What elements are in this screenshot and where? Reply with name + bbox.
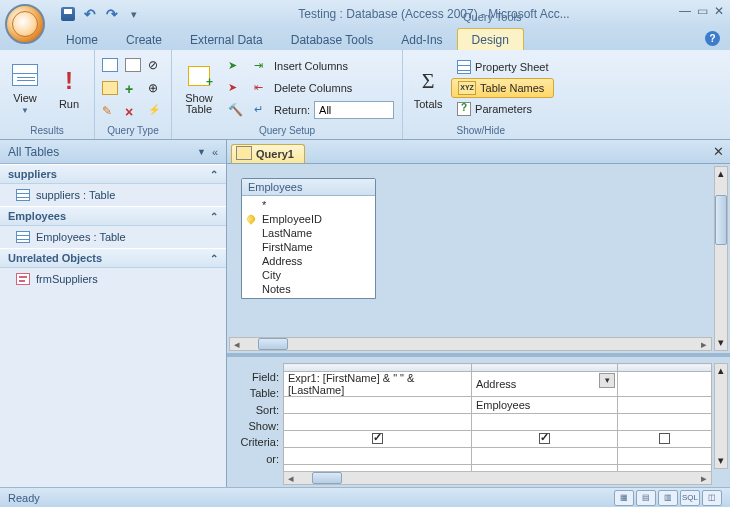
v-scrollbar[interactable]: ▴▾ [714, 166, 728, 351]
grid-cell[interactable]: Address [471, 372, 617, 397]
property-sheet-button[interactable]: Property Sheet [451, 57, 554, 77]
grid-cell[interactable] [284, 414, 472, 431]
tab-database-tools[interactable]: Database Tools [277, 29, 388, 50]
grid-cell[interactable] [284, 448, 472, 465]
insert-rows-button[interactable]: ➤ [224, 56, 248, 76]
show-checkbox[interactable] [372, 433, 383, 444]
tab-create[interactable]: Create [112, 29, 176, 50]
delete-rows-button[interactable]: ➤ [224, 78, 248, 98]
grid-row-label: Table: [233, 387, 283, 403]
nav-group-header[interactable]: suppliers⌃ [0, 164, 226, 184]
h-scrollbar[interactable]: ◂▸ [229, 337, 712, 351]
chevron-down-icon: ▼ [197, 147, 206, 157]
status-text: Ready [8, 492, 40, 504]
grid-cell[interactable] [284, 397, 472, 414]
query-design-grid: Field:Table:Sort:Show:Criteria:or: Expr1… [227, 357, 730, 487]
field-item[interactable]: EmployeeID [242, 212, 375, 226]
view-shortcut-button[interactable]: SQL [680, 490, 700, 506]
doc-tab-query1[interactable]: Query1 [231, 144, 305, 163]
grid-cell[interactable] [618, 372, 712, 397]
grid-cell[interactable] [618, 414, 712, 431]
table-names-button[interactable]: XYZTable Names [451, 78, 554, 98]
field-item[interactable]: Notes [242, 282, 375, 296]
query-icon [238, 148, 252, 160]
navigation-pane: All Tables ▼ « suppliers⌃suppliers : Tab… [0, 140, 227, 487]
union-query-icon[interactable]: ⊘ [145, 54, 167, 76]
grid-cell[interactable] [471, 414, 617, 431]
grid-v-scrollbar[interactable]: ▴▾ [714, 363, 728, 469]
make-table-query-icon[interactable] [99, 77, 121, 99]
undo-icon[interactable]: ↶ [80, 4, 100, 24]
qat-customize-icon[interactable]: ▾ [124, 4, 144, 24]
window-controls: — ▭ ✕ [679, 4, 724, 18]
ribbon-group-totals: Σ Totals Property Sheet XYZTable Names P… [403, 50, 558, 139]
grid-h-scrollbar[interactable]: ◂▸ [283, 471, 712, 485]
tab-design[interactable]: Design [457, 28, 524, 50]
grid-row-label: Show: [233, 420, 283, 436]
tab-add-ins[interactable]: Add-Ins [387, 29, 456, 50]
help-icon[interactable]: ? [705, 31, 720, 46]
crosstab-query-icon[interactable] [122, 54, 144, 76]
field-list-title[interactable]: Employees [242, 179, 375, 196]
parameters-button[interactable]: Parameters [451, 99, 554, 119]
restore-icon[interactable]: ▭ [697, 4, 708, 18]
nav-item-label: frmSuppliers [36, 273, 98, 285]
show-table-button[interactable]: Show Table [176, 55, 222, 121]
grid-cell[interactable]: Employees [471, 397, 617, 414]
nav-collapse-icon[interactable]: « [212, 146, 218, 158]
window-title: Testing : Database (Access 2007) - Micro… [144, 7, 724, 21]
grid-cell[interactable] [284, 431, 472, 448]
delete-columns-button[interactable]: ⇤Delete Columns [250, 78, 398, 98]
insert-columns-button[interactable]: ⇥Insert Columns [250, 56, 398, 76]
minimize-icon[interactable]: — [679, 4, 691, 18]
return-input[interactable] [314, 101, 394, 119]
nav-group-header[interactable]: Unrelated Objects⌃ [0, 248, 226, 268]
nav-item[interactable]: Employees : Table [0, 226, 226, 248]
field-item[interactable]: LastName [242, 226, 375, 240]
field-item[interactable]: Address [242, 254, 375, 268]
delete-rows-icon: ➤ [228, 81, 244, 95]
office-button[interactable] [5, 4, 45, 44]
tab-external-data[interactable]: External Data [176, 29, 277, 50]
content-area: All Tables ▼ « suppliers⌃suppliers : Tab… [0, 140, 730, 487]
ribbon-group-query-setup: Show Table ➤ ➤ 🔨 ⇥Insert Columns ⇤Delete… [172, 50, 403, 139]
view-shortcut-button[interactable]: ◫ [702, 490, 722, 506]
view-shortcut-button[interactable]: ▦ [614, 490, 634, 506]
delete-query-icon[interactable]: × [122, 100, 144, 122]
totals-button[interactable]: Σ Totals [407, 55, 449, 121]
doc-close-icon[interactable]: ✕ [713, 144, 724, 159]
field-item[interactable]: City [242, 268, 375, 282]
grid-cell[interactable] [618, 397, 712, 414]
query-design-upper[interactable]: Employees *EmployeeIDLastNameFirstNameAd… [227, 164, 730, 357]
field-list-employees[interactable]: Employees *EmployeeIDLastNameFirstNameAd… [241, 178, 376, 299]
design-grid-table[interactable]: Expr1: [FirstName] & " " & [LastName]Add… [283, 363, 712, 482]
passthrough-query-icon[interactable]: ⊕ [145, 77, 167, 99]
grid-cell[interactable] [471, 448, 617, 465]
save-icon[interactable] [58, 4, 78, 24]
view-shortcut-button[interactable]: ▤ [636, 490, 656, 506]
close-window-icon[interactable]: ✕ [714, 4, 724, 18]
view-shortcut-button[interactable]: ▥ [658, 490, 678, 506]
show-checkbox[interactable] [539, 433, 550, 444]
grid-cell[interactable]: Expr1: [FirstName] & " " & [LastName] [284, 372, 472, 397]
field-item[interactable]: * [242, 198, 375, 212]
nav-header[interactable]: All Tables ▼ « [0, 140, 226, 164]
data-definition-icon[interactable]: ⚡ [145, 100, 167, 122]
update-query-icon[interactable]: ✎ [99, 100, 121, 122]
grid-cell[interactable] [471, 431, 617, 448]
redo-icon[interactable]: ↷ [102, 4, 122, 24]
grid-cell[interactable] [618, 448, 712, 465]
nav-group-header[interactable]: Employees⌃ [0, 206, 226, 226]
chevron-down-icon: ▼ [21, 106, 29, 115]
builder-button[interactable]: 🔨 [224, 100, 248, 120]
nav-item[interactable]: frmSuppliers [0, 268, 226, 290]
grid-cell[interactable] [618, 431, 712, 448]
field-item[interactable]: FirstName [242, 240, 375, 254]
show-checkbox[interactable] [659, 433, 670, 444]
tab-home[interactable]: Home [52, 29, 112, 50]
append-query-icon[interactable]: + [122, 77, 144, 99]
nav-item[interactable]: suppliers : Table [0, 184, 226, 206]
view-button[interactable]: View ▼ [4, 55, 46, 121]
run-button[interactable]: ! Run [48, 55, 90, 121]
select-query-icon[interactable] [99, 54, 121, 76]
